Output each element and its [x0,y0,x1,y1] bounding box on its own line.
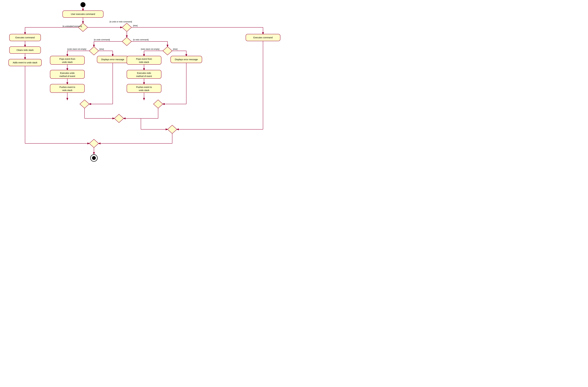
pushes-redo-text2: redo stack [62,89,73,92]
displays-error-undo-text: Displays error message [101,58,124,61]
adds-event-undo-text: Adds event to undo stack [13,61,37,64]
pops-undo-text1: Pops event from [59,58,75,60]
executes-redo-text2: method of event [136,75,152,77]
label-else1: [else] [133,25,138,27]
merge-diamond-1 [80,100,89,108]
displays-error-redo-text: Displays error message [175,58,198,61]
merge-diamond-4 [168,125,177,134]
merge-diamond-5 [89,139,99,148]
pops-undo-text2: undo stack [62,61,73,63]
diamond-undo-stack-not-empty [89,47,99,55]
executes-undo-text2: method of event [60,75,75,77]
diagram-svg: User executes command [is undoableComman… [0,0,294,194]
label-is-undoable: [is undoableCommand] [63,25,82,27]
pops-redo-text1: Pops event from [136,58,152,60]
diamond-is-undo-command [122,37,131,46]
label-is-undo-command: [is undo command] [94,39,110,41]
end-inner-circle [92,156,96,160]
diamond-redo-stack-not-empty [163,47,172,55]
diamond-is-undo-or-redo [122,23,131,32]
merge-diamond-3 [114,114,124,123]
label-else-redo: [else] [173,48,178,50]
pushes-redo-text1: Pushes event to [60,86,75,88]
executes-undo-text1: Executes undo [60,72,75,74]
pushes-undo-text1: Pushes event to [136,86,152,88]
merge-diamond-2 [153,100,163,108]
pops-redo-text2: redo stack [139,61,149,63]
executes-redo-text1: Executes redo [137,72,151,74]
user-executes-command-text: User executes command [71,13,95,15]
label-is-undo-or-redo: [is undo or redo command] [110,21,132,23]
label-undo-stack-not-empty: [undo stack not empty] [67,48,86,50]
clears-redo-stack-text: Clears redo stack [17,49,34,51]
label-is-redo-command: [is redo command] [133,39,148,41]
label-redo-stack-not-empty: [redo stack not empty] [141,48,159,50]
label-else-undo: [else] [99,48,104,50]
start-node [81,2,85,7]
pushes-undo-text2: undo stack [139,89,149,92]
executes-command-left-text: Executes command [16,36,35,39]
executes-command-right-text: Executes command [253,36,273,39]
diamond-is-undoable [78,23,88,32]
